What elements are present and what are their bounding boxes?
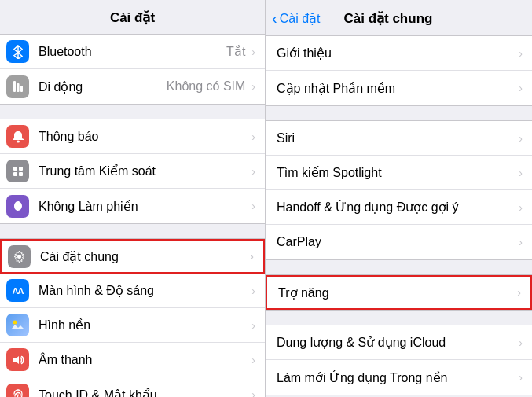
donotdisturb-label: Không Làm phiền xyxy=(39,199,250,214)
bluetooth-icon xyxy=(6,40,29,63)
sidebar-item-touchid[interactable]: Touch ID & Mật khẩu › xyxy=(0,377,265,397)
right-item-icloud[interactable]: Dung lượng & Sử dụng iCloud › xyxy=(266,325,532,360)
wallpaper-icon xyxy=(6,314,29,336)
mobile-chevron: › xyxy=(251,80,255,93)
sound-label: Âm thanh xyxy=(39,353,250,367)
settings-group-notifications: Thông báo › Trung tâm Kiểm soát › Khô xyxy=(0,119,265,224)
icloud-label: Dung lượng & Sử dụng iCloud xyxy=(277,335,519,350)
right-item-carplay[interactable]: CarPlay › xyxy=(266,225,532,259)
right-item-accessibility[interactable]: Trợ năng › xyxy=(266,275,532,310)
bluetooth-label: Bluetooth xyxy=(39,45,226,59)
sidebar-item-sound[interactable]: Âm thanh › xyxy=(0,343,265,377)
donotdisturb-chevron: › xyxy=(251,200,255,212)
spotlight-label: Tìm kiếm Spotlight xyxy=(277,165,519,180)
sidebar-item-wallpaper[interactable]: Hình nền › xyxy=(0,308,265,343)
right-item-background-app[interactable]: Làm mới Ứng dụng Trong nền › xyxy=(266,360,532,395)
right-header: ‹ Cài đặt Cài đặt chung xyxy=(266,0,532,35)
right-group-info: Giới thiệu › Cập nhật Phần mềm › xyxy=(266,35,532,106)
wallpaper-chevron: › xyxy=(251,319,255,332)
left-panel-title: Cài đặt xyxy=(0,0,265,34)
right-item-software-update[interactable]: Cập nhật Phần mềm › xyxy=(266,71,532,105)
icloud-chevron: › xyxy=(519,336,523,349)
display-label: Màn hình & Độ sáng xyxy=(39,283,250,298)
accessibility-label: Trợ năng xyxy=(278,285,517,300)
svg-rect-1 xyxy=(17,83,19,92)
control-chevron: › xyxy=(251,165,255,178)
back-label: Cài đặt xyxy=(280,11,321,26)
svg-rect-0 xyxy=(13,81,16,92)
bluetooth-chevron: › xyxy=(251,46,255,58)
carplay-chevron: › xyxy=(519,236,523,248)
control-center-icon xyxy=(6,160,29,182)
siri-label: Siri xyxy=(277,131,519,145)
siri-chevron: › xyxy=(519,132,523,145)
mobile-label: Di động xyxy=(39,79,167,94)
back-chevron-icon: ‹ xyxy=(272,9,277,28)
sidebar-item-mobile[interactable]: Di động Không có SIM › xyxy=(0,69,265,104)
right-item-spotlight[interactable]: Tìm kiếm Spotlight › xyxy=(266,156,532,190)
right-group-features: Siri › Tìm kiếm Spotlight › Handoff & Ứn… xyxy=(266,120,532,260)
display-icon: AA xyxy=(6,279,29,302)
right-group-accessibility: Trợ năng › xyxy=(266,274,532,311)
about-label: Giới thiệu xyxy=(277,46,519,61)
display-chevron: › xyxy=(251,285,255,297)
svg-point-9 xyxy=(13,321,17,325)
back-button[interactable]: ‹ Cài đặt xyxy=(272,9,320,28)
sidebar-item-general[interactable]: Cài đặt chung › xyxy=(0,239,265,274)
right-item-about[interactable]: Giới thiệu › xyxy=(266,36,532,71)
about-chevron: › xyxy=(519,47,523,60)
touchid-chevron: › xyxy=(251,388,255,397)
handoff-chevron: › xyxy=(519,201,523,214)
sound-icon xyxy=(6,348,29,371)
mobile-value: Không có SIM xyxy=(167,79,246,94)
handoff-label: Handoff & Ứng dụng Được gợi ý xyxy=(277,200,519,215)
donotdisturb-icon xyxy=(6,195,29,218)
right-item-handoff[interactable]: Handoff & Ứng dụng Được gợi ý › xyxy=(266,190,532,225)
svg-rect-4 xyxy=(13,167,17,171)
sound-chevron: › xyxy=(251,354,255,366)
mobile-icon xyxy=(6,75,29,98)
sidebar-item-display[interactable]: AA Màn hình & Độ sáng › xyxy=(0,274,265,308)
spotlight-chevron: › xyxy=(519,167,523,179)
sidebar-item-control[interactable]: Trung tâm Kiểm soát › xyxy=(0,154,265,189)
svg-point-8 xyxy=(17,255,21,259)
svg-point-3 xyxy=(17,141,20,143)
touchid-label: Touch ID & Mật khẩu xyxy=(39,388,250,398)
wallpaper-label: Hình nền xyxy=(39,318,250,333)
software-update-chevron: › xyxy=(519,82,523,94)
svg-rect-7 xyxy=(19,172,23,176)
notification-chevron: › xyxy=(251,130,255,143)
settings-group-connectivity: Bluetooth Tắt › Di động Không có SIM › xyxy=(0,34,265,105)
control-label: Trung tâm Kiểm soát xyxy=(39,164,250,178)
sidebar-item-bluetooth[interactable]: Bluetooth Tắt › xyxy=(0,35,265,69)
general-chevron: › xyxy=(250,250,254,263)
background-app-label: Làm mới Ứng dụng Trong nền xyxy=(277,370,519,385)
right-group-storage: Dung lượng & Sử dụng iCloud › Làm mới Ứn… xyxy=(266,325,532,395)
notification-label: Thông báo xyxy=(39,130,250,144)
accessibility-chevron: › xyxy=(517,286,521,299)
right-panel-title: Cài đặt chung xyxy=(343,10,432,27)
right-panel: ‹ Cài đặt Cài đặt chung Giới thiệu › Cập… xyxy=(266,0,532,397)
svg-rect-2 xyxy=(20,86,23,92)
svg-rect-5 xyxy=(19,167,23,171)
settings-group-general: Cài đặt chung › AA Màn hình & Độ sáng › … xyxy=(0,238,265,397)
general-icon xyxy=(8,245,31,268)
sidebar-item-notification[interactable]: Thông báo › xyxy=(0,119,265,154)
background-app-chevron: › xyxy=(519,371,523,384)
bluetooth-value: Tắt xyxy=(226,44,245,59)
right-item-siri[interactable]: Siri › xyxy=(266,121,532,156)
carplay-label: CarPlay xyxy=(277,235,519,249)
notification-icon xyxy=(6,125,29,148)
software-update-label: Cập nhật Phần mềm xyxy=(277,81,519,96)
sidebar-item-donotdisturb[interactable]: Không Làm phiền › xyxy=(0,189,265,223)
svg-rect-6 xyxy=(13,172,17,176)
touchid-icon xyxy=(6,384,29,398)
general-label: Cài đặt chung xyxy=(40,249,248,264)
left-panel: Cài đặt Bluetooth Tắt › Di động Không có xyxy=(0,0,266,397)
